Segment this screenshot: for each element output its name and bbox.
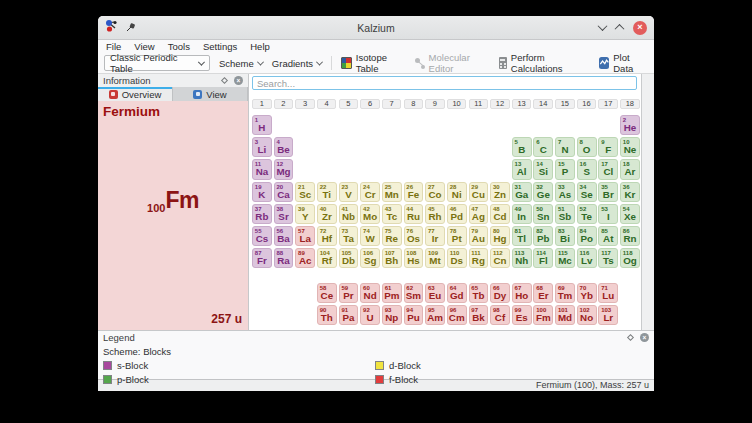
element-Ho[interactable]: 67Ho <box>512 283 532 303</box>
element-Lu[interactable]: 71Lu <box>598 283 618 303</box>
element-Cl[interactable]: 17Cl <box>598 159 618 179</box>
element-Bk[interactable]: 97Bk <box>469 305 489 325</box>
element-Mg[interactable]: 12Mg <box>274 159 294 179</box>
element-Sr[interactable]: 38Sr <box>274 204 294 224</box>
element-Fm[interactable]: 100Fm <box>533 305 553 325</box>
element-Al[interactable]: 13Al <box>512 159 532 179</box>
element-V[interactable]: 23V <box>339 182 359 202</box>
element-Sb[interactable]: 51Sb <box>555 204 575 224</box>
element-Sn[interactable]: 50Sn <box>533 204 553 224</box>
menu-view[interactable]: View <box>134 41 154 52</box>
element-Dy[interactable]: 66Dy <box>490 283 510 303</box>
maximize-button[interactable] <box>615 24 625 34</box>
element-Nh[interactable]: 113Nh <box>512 248 532 268</box>
element-P[interactable]: 15P <box>555 159 575 179</box>
element-Hs[interactable]: 108Hs <box>404 248 424 268</box>
element-Ta[interactable]: 73Ta <box>339 226 359 246</box>
element-Cr[interactable]: 24Cr <box>360 182 380 202</box>
menu-tools[interactable]: Tools <box>168 41 190 52</box>
element-Cu[interactable]: 29Cu <box>469 182 489 202</box>
element-Mc[interactable]: 115Mc <box>555 248 575 268</box>
element-Nb[interactable]: 41Nb <box>339 204 359 224</box>
element-Tl[interactable]: 81Tl <box>512 226 532 246</box>
element-Ti[interactable]: 22Ti <box>317 182 337 202</box>
dock-close-button[interactable]: × <box>234 76 243 85</box>
element-Mn[interactable]: 25Mn <box>382 182 402 202</box>
element-At[interactable]: 85At <box>598 226 618 246</box>
search-input[interactable] <box>252 76 637 90</box>
element-Cs[interactable]: 55Cs <box>252 226 272 246</box>
element-Fl[interactable]: 114Fl <box>533 248 553 268</box>
element-Db[interactable]: 105Db <box>339 248 359 268</box>
element-Cm[interactable]: 96Cm <box>447 305 467 325</box>
plot-data-button[interactable]: Plot Data <box>599 52 648 74</box>
element-Th[interactable]: 90Th <box>317 305 337 325</box>
element-Rb[interactable]: 37Rb <box>252 204 272 224</box>
element-Np[interactable]: 93Np <box>382 305 402 325</box>
perform-calculations-button[interactable]: Perform Calculations <box>499 52 590 74</box>
element-Rh[interactable]: 45Rh <box>425 204 445 224</box>
element-Er[interactable]: 68Er <box>533 283 553 303</box>
element-Pr[interactable]: 59Pr <box>339 283 359 303</box>
dock-float-button[interactable] <box>221 77 228 84</box>
element-Sc[interactable]: 21Sc <box>295 182 315 202</box>
menu-settings[interactable]: Settings <box>203 41 237 52</box>
gradients-dropdown[interactable]: Gradients <box>272 58 322 69</box>
element-Sm[interactable]: 62Sm <box>404 283 424 303</box>
element-N[interactable]: 7N <box>555 137 575 157</box>
element-Rg[interactable]: 111Rg <box>469 248 489 268</box>
element-B[interactable]: 5B <box>512 137 532 157</box>
scheme-dropdown[interactable]: Scheme <box>219 58 263 69</box>
legend-float-button[interactable] <box>627 334 634 341</box>
element-Mt[interactable]: 109Mt <box>425 248 445 268</box>
element-S[interactable]: 16S <box>577 159 597 179</box>
menu-help[interactable]: Help <box>250 41 270 52</box>
element-Co[interactable]: 27Co <box>425 182 445 202</box>
element-H[interactable]: 1H <box>252 115 272 135</box>
element-Fe[interactable]: 26Fe <box>404 182 424 202</box>
element-Xe[interactable]: 54Xe <box>620 204 640 224</box>
element-O[interactable]: 8O <box>577 137 597 157</box>
element-Kr[interactable]: 36Kr <box>620 182 640 202</box>
element-Na[interactable]: 11Na <box>252 159 272 179</box>
element-La[interactable]: 57La <box>295 226 315 246</box>
element-Se[interactable]: 34Se <box>577 182 597 202</box>
element-Ca[interactable]: 20Ca <box>274 182 294 202</box>
element-He[interactable]: 2He <box>620 115 640 135</box>
element-Eu[interactable]: 63Eu <box>425 283 445 303</box>
element-Pd[interactable]: 46Pd <box>447 204 467 224</box>
element-Br[interactable]: 35Br <box>598 182 618 202</box>
element-Ir[interactable]: 77Ir <box>425 226 445 246</box>
element-Ac[interactable]: 89Ac <box>295 248 315 268</box>
element-Hg[interactable]: 80Hg <box>490 226 510 246</box>
element-Y[interactable]: 39Y <box>295 204 315 224</box>
menu-file[interactable]: File <box>106 41 121 52</box>
element-Ag[interactable]: 47Ag <box>469 204 489 224</box>
close-button[interactable]: × <box>633 21 647 35</box>
element-Lr[interactable]: 103Lr <box>598 305 618 325</box>
element-Ar[interactable]: 18Ar <box>620 159 640 179</box>
element-Hf[interactable]: 72Hf <box>317 226 337 246</box>
element-Nd[interactable]: 60Nd <box>360 283 380 303</box>
element-Ge[interactable]: 32Ge <box>533 182 553 202</box>
element-Pt[interactable]: 78Pt <box>447 226 467 246</box>
pin-icon[interactable] <box>125 19 136 37</box>
element-Pa[interactable]: 91Pa <box>339 305 359 325</box>
element-Yb[interactable]: 70Yb <box>577 283 597 303</box>
element-Mo[interactable]: 42Mo <box>360 204 380 224</box>
element-Ga[interactable]: 31Ga <box>512 182 532 202</box>
element-Am[interactable]: 95Am <box>425 305 445 325</box>
element-No[interactable]: 102No <box>577 305 597 325</box>
element-Ce[interactable]: 58Ce <box>317 283 337 303</box>
element-Si[interactable]: 14Si <box>533 159 553 179</box>
element-Md[interactable]: 101Md <box>555 305 575 325</box>
table-view-select[interactable]: Classic Periodic Table <box>104 55 210 71</box>
element-Pb[interactable]: 82Pb <box>533 226 553 246</box>
element-I[interactable]: 53I <box>598 204 618 224</box>
element-Lv[interactable]: 116Lv <box>577 248 597 268</box>
element-Bh[interactable]: 107Bh <box>382 248 402 268</box>
element-Cn[interactable]: 112Cn <box>490 248 510 268</box>
element-Re[interactable]: 75Re <box>382 226 402 246</box>
element-Gd[interactable]: 64Gd <box>447 283 467 303</box>
legend-close-button[interactable]: × <box>640 333 649 342</box>
